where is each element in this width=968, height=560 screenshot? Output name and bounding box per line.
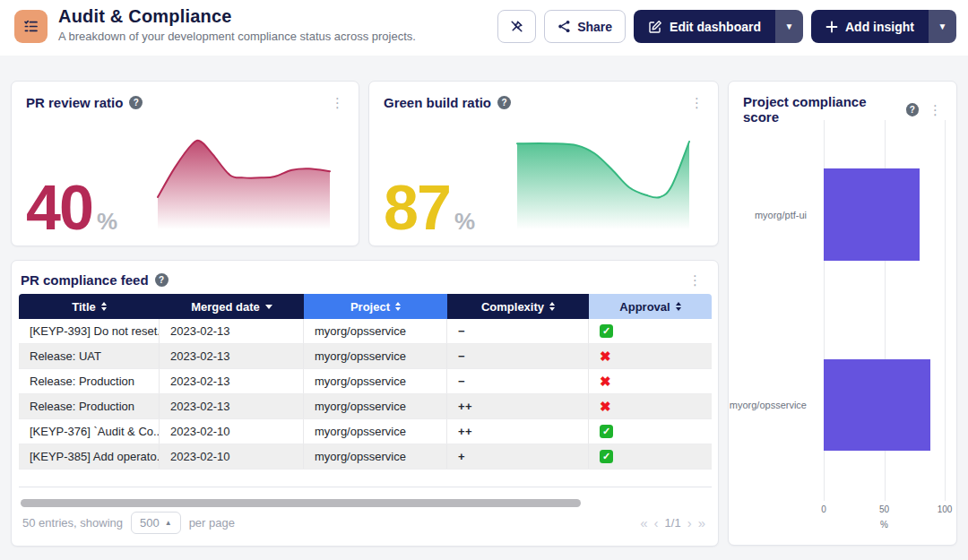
header-titles: Audit & Compliance A breakdown of your d… [58, 6, 416, 43]
checklist-icon [22, 18, 39, 35]
add-insight-button[interactable]: Add insight [811, 10, 929, 43]
cell-title: [KEYP-385] Add operato... [19, 444, 160, 469]
last-page-button[interactable]: » [698, 515, 705, 530]
edit-dashboard-button[interactable]: Edit dashboard [634, 10, 775, 43]
x-axis-tick: 0 [810, 504, 837, 514]
edit-dashboard-caret[interactable]: ▼ [775, 10, 803, 43]
table-bottom-border [19, 487, 712, 487]
card-title: Green build ratio [384, 95, 491, 110]
cell-merged-date: 2023-02-10 [160, 444, 304, 469]
x-axis-tick: 50 [871, 504, 898, 514]
bar-myorg-ptf-ui[interactable] [824, 168, 920, 261]
cell-title: Release: Production [19, 394, 160, 418]
chevron-down-icon: ▼ [938, 22, 947, 31]
compliance-bar-chart: 050100%myorg/ptf-uimyorg/opsservice [729, 114, 956, 545]
cell-merged-date: 2023-02-13 [160, 344, 304, 368]
bar-myorg-opsservice[interactable] [824, 359, 930, 451]
toolbar: Share Edit dashboard ▼ [497, 10, 956, 43]
green-build-value: 87 % [384, 184, 475, 233]
approval-fail-icon: ✖ [600, 400, 611, 413]
cell-project: myorg/opsservice [304, 444, 447, 469]
cell-merged-date: 2023-02-13 [160, 319, 304, 343]
percent-unit: % [97, 212, 117, 230]
page-size-value: 500 [140, 516, 160, 530]
green-build-sparkline[interactable] [515, 133, 691, 233]
edit-icon [648, 20, 662, 34]
horizontal-scrollbar[interactable] [21, 499, 581, 507]
entries-count-text: 50 entries, showing [22, 516, 123, 530]
sort-desc-icon [265, 305, 272, 309]
cell-project: myorg/opsservice [304, 344, 447, 368]
sort-icon [676, 302, 681, 311]
bar-category-label: myorg/ptf-ui [729, 210, 815, 220]
column-header-title[interactable]: Title [19, 294, 160, 319]
help-icon[interactable]: ? [129, 96, 143, 109]
pr-review-ratio-card: PR review ratio ? ⋮ 40 % [11, 81, 359, 246]
add-insight-label: Add insight [845, 20, 914, 34]
bar-category-label: myorg/opsservice [729, 400, 815, 410]
help-icon[interactable]: ? [155, 273, 169, 287]
kebab-menu-icon[interactable]: ⋮ [687, 94, 707, 111]
column-label: Title [72, 300, 96, 314]
next-page-button[interactable]: › [687, 515, 692, 530]
project-compliance-score-card: Project compliance score ? ⋮ 050100%myor… [728, 81, 957, 546]
cell-approval: ✓ [589, 444, 712, 469]
green-build-ratio-card: Green build ratio ? ⋮ 87 % [368, 81, 719, 246]
cell-merged-date: 2023-02-13 [160, 369, 304, 393]
pr-review-sparkline[interactable] [156, 133, 332, 233]
pr-review-value: 40 % [26, 184, 117, 233]
prev-page-button[interactable]: ‹ [654, 515, 659, 530]
cell-complexity: ++ [447, 419, 589, 444]
chevron-down-icon: ▼ [785, 22, 794, 31]
per-page-text: per page [189, 516, 235, 530]
kebab-menu-icon[interactable]: ⋮ [327, 94, 348, 111]
cell-title: Release: UAT [19, 344, 160, 368]
column-header-project[interactable]: Project [304, 294, 447, 319]
share-button[interactable]: Share [544, 10, 626, 43]
page-size-select[interactable]: 500 ▲ [131, 512, 181, 534]
cell-merged-date: 2023-02-10 [160, 419, 304, 444]
dashboard-icon [14, 10, 48, 43]
feed-footer: 50 entries, showing 500 ▲ per page « ‹ 1… [22, 510, 705, 535]
cell-title: [KEYP-393] Do not reset... [19, 319, 160, 343]
first-page-button[interactable]: « [640, 515, 647, 530]
cell-complexity: − [447, 369, 589, 393]
cell-merged-date: 2023-02-13 [160, 394, 304, 418]
pagination: « ‹ 1/1 › » [640, 515, 705, 530]
approval-fail-icon: ✖ [600, 375, 611, 388]
approval-fail-icon: ✖ [600, 349, 611, 363]
cell-approval: ✓ [589, 319, 712, 343]
cell-complexity: − [447, 344, 589, 368]
cell-project: myorg/opsservice [304, 419, 447, 444]
column-header-complexity[interactable]: Complexity [447, 294, 589, 319]
column-label: Merged date [191, 300, 260, 314]
column-header-merged-date[interactable]: Merged date [160, 294, 304, 319]
edit-dashboard-split-button: Edit dashboard ▼ [634, 10, 803, 43]
add-insight-caret[interactable]: ▼ [929, 10, 956, 43]
share-icon [557, 20, 571, 33]
help-icon[interactable]: ? [497, 96, 511, 109]
column-header-approval[interactable]: Approval [589, 294, 712, 319]
page-title: Audit & Compliance [58, 6, 416, 27]
cell-approval: ✖ [589, 344, 712, 368]
share-label: Share [577, 20, 612, 34]
cell-project: myorg/opsservice [304, 394, 447, 418]
card-title: PR review ratio [26, 95, 123, 110]
unpin-button[interactable] [497, 10, 536, 43]
plus-icon [825, 21, 838, 33]
column-label: Complexity [481, 300, 544, 314]
feed-table-header: TitleMerged dateProjectComplexityApprova… [19, 294, 712, 319]
kebab-menu-icon[interactable]: ⋮ [685, 271, 705, 289]
sort-icon [101, 302, 107, 311]
bar-chart-gridline [945, 120, 946, 501]
table-row: [KEYP-376] `Audit & Co...2023-02-10myorg… [19, 419, 712, 444]
top-bar: Audit & Compliance A breakdown of your d… [0, 0, 968, 56]
table-row: [KEYP-385] Add operato...2023-02-10myorg… [19, 444, 712, 470]
cell-project: myorg/opsservice [304, 319, 447, 343]
page-subtitle: A breakdown of your development complian… [58, 30, 416, 43]
cell-complexity: ++ [447, 394, 589, 418]
pr-compliance-feed-card: PR compliance feed ? ⋮ TitleMerged dateP… [11, 260, 719, 547]
dashboard-page: Audit & Compliance A breakdown of your d… [0, 0, 968, 560]
table-row: Release: Production2023-02-13myorg/opsse… [19, 394, 712, 419]
cell-approval: ✓ [589, 419, 712, 444]
